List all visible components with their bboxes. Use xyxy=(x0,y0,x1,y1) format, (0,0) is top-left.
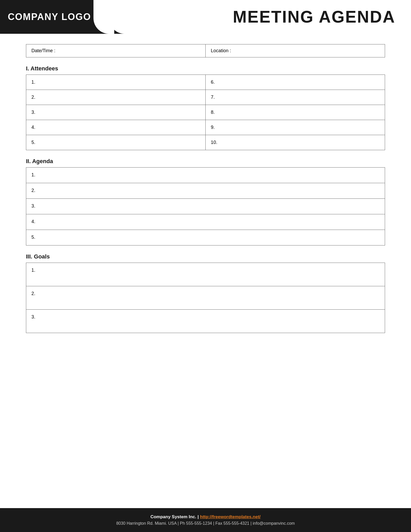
attendee-2: 2. xyxy=(26,90,206,105)
agenda-item-4: 4. xyxy=(26,214,385,230)
agenda-heading: II. Agenda xyxy=(26,158,385,165)
attendee-9: 9. xyxy=(206,120,385,135)
agenda-item-2: 2. xyxy=(26,183,385,199)
agenda-item-3: 3. xyxy=(26,199,385,214)
agenda-item-5: 5. xyxy=(26,230,385,245)
footer-company-line: Company System Inc. | http://freewordtem… xyxy=(5,514,406,520)
attendee-8: 8. xyxy=(206,105,385,120)
logo-text: COMPANY LOGO xyxy=(8,11,91,22)
goals-heading: III. Goals xyxy=(26,253,385,260)
datetime-cell: Date/Time : xyxy=(26,44,206,57)
footer-company-name: Company System Inc. | xyxy=(150,514,199,519)
attendee-5: 5. xyxy=(26,135,206,150)
footer: Company System Inc. | http://freewordtem… xyxy=(0,508,411,532)
goal-item-1: 1. xyxy=(26,263,385,286)
main-content: Date/Time : Location : I. Attendees 1. 6… xyxy=(0,34,411,508)
attendee-6: 6. xyxy=(206,75,385,90)
agenda-table: 1. 2. 3. 4. 5. xyxy=(26,167,385,245)
goal-item-2: 2. xyxy=(26,286,385,310)
attendee-1: 1. xyxy=(26,75,206,90)
attendee-7: 7. xyxy=(206,90,385,105)
attendee-4: 4. xyxy=(26,120,206,135)
footer-contact: 8030 Harrington Rd. Miami. USA | Ph 555-… xyxy=(5,521,406,526)
attendees-heading: I. Attendees xyxy=(26,65,385,72)
attendees-table: 1. 6. 2. 7. 3. 8. 4. 9. 5. 10. xyxy=(26,75,385,150)
logo-area: COMPANY LOGO xyxy=(0,0,109,34)
attendee-10: 10. xyxy=(206,135,385,150)
goals-table: 1. 2. 3. xyxy=(26,263,385,333)
datetime-label: Date/Time : xyxy=(31,48,55,53)
page-title: MEETING AGENDA xyxy=(233,7,395,26)
attendee-3: 3. xyxy=(26,105,206,120)
location-cell: Location : xyxy=(206,44,385,57)
location-label: Location : xyxy=(211,48,231,53)
footer-link[interactable]: http://freewordtemplates.net/ xyxy=(200,514,260,519)
header: COMPANY LOGO MEETING AGENDA xyxy=(0,0,411,34)
agenda-item-1: 1. xyxy=(26,168,385,183)
goal-item-3: 3. xyxy=(26,310,385,333)
info-table: Date/Time : Location : xyxy=(26,44,385,57)
title-area: MEETING AGENDA xyxy=(109,0,411,34)
